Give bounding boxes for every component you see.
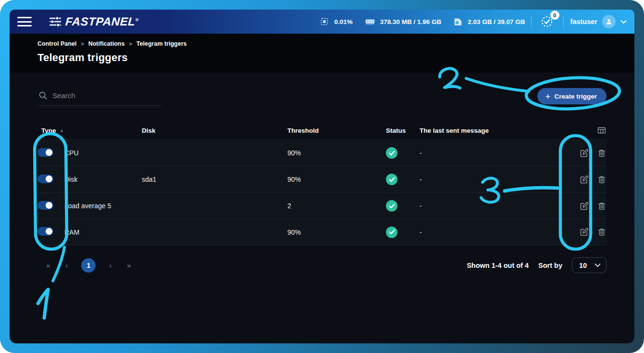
pagination-controls: « ‹ 1 › » bbox=[44, 258, 133, 273]
table-row: RAM 90% - bbox=[37, 219, 607, 245]
breadcrumb-separator: > bbox=[129, 41, 132, 47]
status-ok-icon bbox=[386, 147, 397, 159]
main-panel: + Create trigger Type ▲ Disk Threshold S… bbox=[10, 88, 634, 273]
table-row: Disk sda1 90% - bbox=[37, 166, 607, 192]
column-header-disk: Disk bbox=[142, 127, 287, 134]
logo-text: FASTPANEL® bbox=[65, 15, 139, 28]
edit-button[interactable] bbox=[579, 201, 589, 211]
search-box bbox=[37, 88, 161, 106]
last-page-button[interactable]: » bbox=[125, 261, 133, 269]
column-header-last-message: The last sent message bbox=[420, 127, 597, 134]
triggers-table: Type ▲ Disk Threshold Status The last se… bbox=[37, 121, 607, 245]
cpu-icon bbox=[319, 16, 330, 27]
per-page-value: 10 bbox=[579, 262, 587, 269]
table-columns-icon bbox=[597, 126, 607, 135]
delete-button[interactable] bbox=[597, 148, 607, 158]
breadcrumb-control-panel[interactable]: Control Panel bbox=[37, 40, 76, 47]
cell-disk: sda1 bbox=[142, 176, 287, 183]
disk-stat: 2.03 GB / 39.07 GB bbox=[453, 16, 525, 27]
edit-icon bbox=[579, 148, 589, 158]
cell-threshold: 90% bbox=[287, 149, 386, 157]
person-icon bbox=[605, 18, 613, 25]
cell-threshold: 90% bbox=[287, 228, 386, 236]
delete-button[interactable] bbox=[597, 227, 607, 237]
cell-last-message: - bbox=[420, 149, 579, 157]
edit-icon bbox=[579, 227, 589, 237]
breadcrumb-notifications[interactable]: Notifications bbox=[88, 40, 125, 47]
cell-type: RAM bbox=[64, 228, 142, 236]
current-page-button[interactable]: 1 bbox=[81, 258, 96, 273]
trigger-enabled-toggle[interactable] bbox=[37, 175, 53, 183]
per-page-select[interactable]: 10 bbox=[572, 257, 607, 273]
fastpanel-logo[interactable]: FASTPANEL® bbox=[49, 15, 139, 28]
table-row: Load average 5 2 - bbox=[37, 192, 607, 219]
topbar: FASTPANEL® 0.01% 378.30 MB / 1.96 GB bbox=[10, 10, 634, 34]
first-page-button[interactable]: « bbox=[44, 261, 52, 269]
search-input[interactable] bbox=[52, 91, 161, 100]
status-ok-icon bbox=[386, 227, 397, 238]
cell-threshold: 2 bbox=[287, 202, 386, 210]
status-ok-icon bbox=[386, 200, 397, 212]
edit-button[interactable] bbox=[579, 175, 589, 185]
ram-stat: 378.30 MB / 1.96 GB bbox=[364, 16, 442, 27]
cell-type: Disk bbox=[64, 176, 142, 183]
trash-icon bbox=[597, 201, 607, 211]
chevron-down-icon bbox=[620, 20, 627, 24]
trash-icon bbox=[597, 227, 607, 237]
pagination-summary-group: Shown 1-4 out of 4 Sort by 10 bbox=[467, 257, 607, 273]
hamburger-menu-icon[interactable] bbox=[17, 16, 32, 27]
ram-icon bbox=[364, 16, 376, 27]
column-settings-button[interactable] bbox=[597, 126, 607, 135]
page-header: Control Panel > Notifications > Telegram… bbox=[10, 34, 634, 73]
sliders-icon bbox=[49, 16, 62, 27]
prev-page-button[interactable]: ‹ bbox=[63, 261, 70, 269]
delete-button[interactable] bbox=[597, 175, 607, 185]
breadcrumb-telegram-triggers: Telegram triggers bbox=[136, 40, 187, 47]
server-stats: 0.01% 378.30 MB / 1.96 GB 2.03 GB / 39.0… bbox=[319, 16, 531, 27]
breadcrumb: Control Panel > Notifications > Telegram… bbox=[37, 40, 607, 47]
trash-icon bbox=[597, 148, 607, 158]
notifications-button[interactable]: 0 bbox=[539, 13, 556, 30]
cell-type: CPU bbox=[64, 149, 142, 157]
disk-icon bbox=[453, 16, 463, 27]
edit-button[interactable] bbox=[579, 148, 589, 158]
notifications-count-badge: 0 bbox=[550, 11, 559, 20]
column-header-type[interactable]: Type ▲ bbox=[37, 127, 142, 134]
toolbar: + Create trigger bbox=[37, 88, 607, 106]
cpu-stat: 0.01% bbox=[319, 16, 352, 27]
disk-value: 2.03 GB / 39.07 GB bbox=[468, 18, 525, 25]
trigger-enabled-toggle[interactable] bbox=[37, 201, 53, 210]
edit-icon bbox=[579, 175, 589, 185]
content-area: Control Panel > Notifications > Telegram… bbox=[10, 34, 634, 343]
divider bbox=[563, 16, 564, 27]
avatar bbox=[602, 15, 616, 28]
app-window: FASTPANEL® 0.01% 378.30 MB / 1.96 GB bbox=[0, 0, 644, 353]
sort-by-label: Sort by bbox=[538, 262, 562, 269]
ram-value: 378.30 MB / 1.96 GB bbox=[380, 18, 442, 25]
pagination-bar: « ‹ 1 › » Shown 1-4 out of 4 Sort by 10 bbox=[37, 257, 607, 273]
trash-icon bbox=[597, 175, 607, 185]
chevron-down-icon bbox=[594, 263, 601, 267]
create-trigger-button[interactable]: + Create trigger bbox=[537, 88, 607, 104]
page-title: Telegram triggers bbox=[37, 51, 607, 64]
edit-icon bbox=[579, 201, 589, 211]
username: fastuser bbox=[570, 18, 597, 25]
next-page-button[interactable]: › bbox=[107, 261, 113, 269]
create-trigger-label: Create trigger bbox=[554, 93, 597, 100]
trigger-enabled-toggle[interactable] bbox=[37, 227, 53, 236]
status-ok-icon bbox=[386, 174, 397, 185]
cell-last-message: - bbox=[420, 228, 579, 236]
column-header-threshold: Threshold bbox=[287, 127, 386, 134]
edit-button[interactable] bbox=[579, 227, 589, 237]
user-menu[interactable]: fastuser bbox=[570, 15, 627, 28]
table-header-row: Type ▲ Disk Threshold Status The last se… bbox=[37, 121, 607, 139]
divider bbox=[531, 16, 532, 27]
cell-last-message: - bbox=[420, 176, 579, 183]
pagination-summary: Shown 1-4 out of 4 bbox=[467, 262, 529, 269]
cell-threshold: 90% bbox=[287, 176, 386, 183]
delete-button[interactable] bbox=[597, 201, 607, 211]
cell-type: Load average 5 bbox=[64, 202, 142, 210]
trigger-enabled-toggle[interactable] bbox=[37, 148, 53, 157]
breadcrumb-separator: > bbox=[81, 41, 84, 47]
table-row: CPU 90% - bbox=[37, 139, 607, 166]
